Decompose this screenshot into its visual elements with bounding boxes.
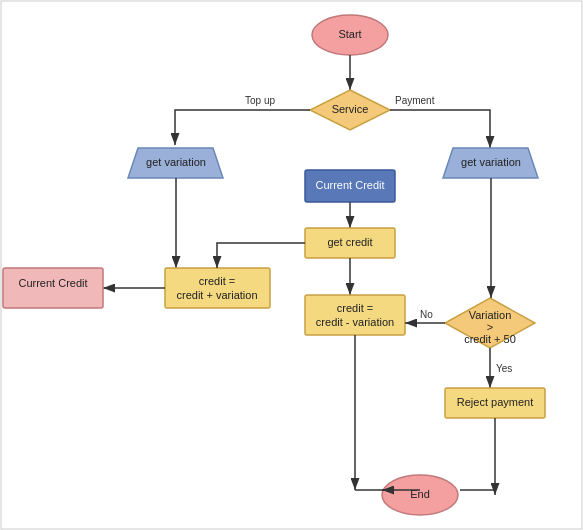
payment-label: Payment <box>395 95 435 106</box>
start-label: Start <box>338 28 361 40</box>
variation-check-label1: Variation <box>469 309 512 321</box>
arrow-getcredit-to-creditplus <box>217 243 305 268</box>
variation-check-label2: > <box>487 321 493 333</box>
current-credit-pink-label1: Current Credit <box>18 277 87 289</box>
arrow-service-to-getvarright <box>390 110 490 148</box>
get-variation-left-label: get variation <box>146 156 206 168</box>
get-credit-label: get credit <box>327 236 372 248</box>
no-label: No <box>420 309 433 320</box>
arrow-service-to-getvarleft <box>175 110 310 145</box>
credit-minus-label2: credit - variation <box>316 316 394 328</box>
credit-minus-label1: credit = <box>337 302 373 314</box>
yes-label: Yes <box>496 363 512 374</box>
topup-label: Top up <box>245 95 275 106</box>
get-variation-right-label: get variation <box>461 156 521 168</box>
reject-payment-label: Reject payment <box>457 396 533 408</box>
current-credit-blue-label: Current Credit <box>315 179 384 191</box>
service-label: Service <box>332 103 369 115</box>
credit-plus-label1: credit = <box>199 275 235 287</box>
variation-check-label3: credit + 50 <box>464 333 516 345</box>
credit-plus-label2: credit + variation <box>176 289 257 301</box>
